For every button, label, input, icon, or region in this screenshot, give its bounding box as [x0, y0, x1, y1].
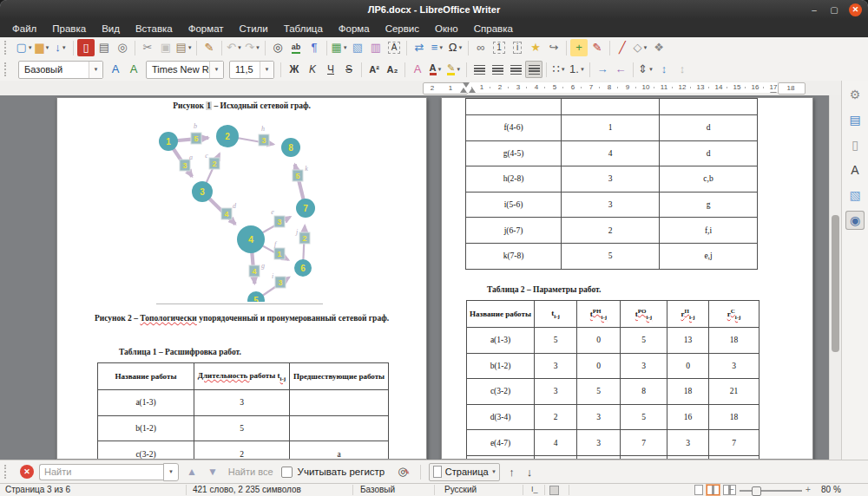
page-break-button[interactable]: ⇄ [411, 39, 428, 56]
zoom-level[interactable]: 80 % [821, 485, 841, 494]
italic-button[interactable]: K [304, 61, 321, 78]
menu-item[interactable]: Сервис [378, 21, 427, 36]
sidebar-styles-icon[interactable]: A [845, 160, 865, 179]
close-button[interactable]: ✕ [849, 3, 862, 16]
insert-endnote-button[interactable]: i [509, 39, 526, 56]
zoom-out-button[interactable]: − [729, 485, 734, 494]
horizontal-ruler[interactable]: 21 1234567891011121314151617 18 [0, 81, 842, 96]
line-spacing-button[interactable]: ⇕▼ [637, 61, 654, 78]
word-count-status[interactable]: 421 слово, 2 235 символов [193, 485, 301, 494]
insert-field-button[interactable]: ≡▼ [429, 39, 446, 56]
clear-formatting-button[interactable]: A [409, 61, 426, 78]
print-preview-button[interactable]: ◎ [114, 39, 131, 56]
find-and-replace-icon[interactable]: ◎✎ [395, 463, 412, 480]
insert-footnote-button[interactable]: 1 [490, 39, 508, 56]
match-case-checkbox[interactable] [281, 467, 293, 478]
insert-image-button[interactable]: ▧ [349, 39, 366, 56]
document-table[interactable]: Название работыДлительность работы ti-jП… [97, 362, 389, 460]
formatting-marks-button[interactable]: ¶ [306, 39, 323, 56]
document-page-right[interactable]: f(4-6)1dg(4-5)4dh(2-8)3c,bi(5-6)3gj(6-7)… [441, 97, 813, 460]
menu-item[interactable]: Форма [331, 21, 378, 36]
align-left-button[interactable] [470, 61, 488, 78]
table1-continuation[interactable]: f(4-6)1dg(4-5)4dh(2-8)3c,bi(5-6)3gj(6-7)… [465, 98, 758, 270]
menu-item[interactable]: Стили [232, 21, 276, 36]
decrease-indent-button[interactable]: ← [612, 61, 629, 78]
align-center-button[interactable] [489, 61, 506, 78]
menu-item[interactable]: Файл [4, 21, 44, 36]
increase-paragraph-spacing-button[interactable]: ↕ [655, 61, 673, 78]
bold-button[interactable]: Ж [286, 61, 303, 78]
chevron-down-icon[interactable]: ▼ [89, 62, 102, 78]
redo-button[interactable]: ↷▼ [244, 39, 261, 56]
single-page-view-button[interactable] [694, 485, 703, 495]
search-input[interactable] [39, 464, 163, 480]
find-next-button[interactable]: ▼ [205, 466, 220, 478]
track-changes-button[interactable]: ✎ [589, 39, 606, 56]
insert-mode-icon[interactable]: I_ [531, 485, 538, 493]
document-page-left[interactable]: Рисунок 1 – Исходный сетевой граф. 12837… [56, 97, 427, 460]
insert-hyperlink-button[interactable]: ∞ [472, 39, 490, 56]
close-find-bar-button[interactable]: ✕ [20, 465, 34, 479]
sidebar-gallery-icon[interactable]: ▧ [845, 186, 865, 205]
page-style-status[interactable]: Базовый [360, 485, 395, 494]
zoom-slider-knob[interactable] [752, 486, 761, 496]
new-style-button[interactable]: A [125, 61, 142, 78]
increase-indent-button[interactable]: → [594, 61, 611, 78]
navigate-by-combo[interactable]: Страница ▼ [429, 463, 500, 481]
save-button[interactable]: ↓▼ [52, 39, 69, 56]
toolbar-grip[interactable] [4, 62, 10, 76]
document-table[interactable]: f(4-6)1dg(4-5)4dh(2-8)3c,bi(5-6)3gj(6-7)… [465, 98, 758, 270]
previous-element-button[interactable]: ↑ [505, 466, 518, 479]
menu-item[interactable]: Вставка [128, 21, 181, 36]
chevron-down-icon[interactable]: ▼ [209, 62, 223, 78]
ordered-list-button[interactable]: 1.▼ [569, 61, 586, 78]
undo-button[interactable]: ↶▼ [226, 39, 243, 56]
menu-item[interactable]: Вид [94, 21, 128, 36]
insert-comment-button[interactable]: + [570, 39, 588, 56]
special-character-button[interactable]: Ω▼ [447, 39, 464, 56]
insert-bookmark-button[interactable]: ★ [527, 39, 544, 56]
export-pdf-button[interactable]: ▯ [77, 39, 95, 56]
document-modified-icon[interactable] [549, 485, 559, 495]
font-name-combo[interactable]: Times New Rc ▼ [146, 61, 224, 79]
decrease-paragraph-spacing-button[interactable]: ↕ [674, 61, 691, 78]
maximize-button[interactable]: ▢ [829, 5, 839, 15]
sidebar-navigator-icon[interactable]: ◉ [845, 211, 865, 230]
document-table[interactable]: Название работыti-jtРНi-jtРОi-jrПi-jrСi-… [466, 300, 760, 460]
titlebar[interactable]: ЛР6.docx - LibreOffice Writer – ▢ ✕ [0, 0, 868, 19]
sidebar-properties-icon[interactable]: ▤ [845, 110, 865, 129]
align-right-button[interactable] [507, 61, 524, 78]
chevron-down-icon[interactable]: ▼ [489, 464, 500, 480]
insert-table-button[interactable]: ▦▼ [331, 39, 348, 56]
update-style-button[interactable]: A [107, 61, 124, 78]
zoom-slider[interactable] [740, 490, 802, 492]
insert-cross-reference-button[interactable]: ↪ [545, 39, 562, 56]
scrollbar-thumb[interactable] [832, 215, 839, 352]
unordered-list-button[interactable]: ∷▼ [550, 61, 568, 78]
basic-shapes-button[interactable]: ◇▼ [632, 39, 649, 56]
menu-item[interactable]: Справка [466, 21, 521, 36]
align-justify-button[interactable] [525, 61, 542, 78]
menu-item[interactable]: Таблица [276, 21, 331, 36]
symbol-shapes-button[interactable]: ❖ [650, 39, 667, 56]
paste-button[interactable]: ▤▼ [175, 39, 193, 56]
underline-button[interactable]: Ч [322, 61, 339, 78]
table2[interactable]: Название работыti-jtРНi-jtРОi-jrПi-jrСi-… [466, 300, 760, 460]
copy-button[interactable]: ▣ [157, 39, 174, 56]
left-indent-marker[interactable] [460, 88, 467, 93]
zoom-in-button[interactable]: + [806, 485, 811, 494]
cut-button[interactable]: ✂ [139, 39, 156, 56]
new-document-button[interactable]: ▢▼ [16, 39, 33, 56]
paragraph-style-combo[interactable]: Базовый ▼ [18, 61, 103, 79]
highlight-color-button[interactable]: ✎▼ [445, 61, 463, 78]
font-size-combo[interactable]: 11,5 ▼ [229, 61, 274, 79]
network-graph-figure[interactable]: 128374655b3h3a2c5k4d3e2j1f4g3i [57, 108, 426, 302]
insert-text-box-button[interactable]: A [385, 39, 403, 56]
table1[interactable]: Название работыДлительность работы ti-jП… [97, 362, 389, 460]
insert-chart-button[interactable]: ▥ [367, 39, 385, 56]
menu-item[interactable]: Правка [44, 21, 94, 36]
page-count-status[interactable]: Страница 3 из 6 [5, 485, 70, 494]
menu-item[interactable]: Формат [181, 21, 232, 36]
subscript-button[interactable]: A₂ [384, 61, 401, 78]
find-all-button[interactable]: Найти все [226, 467, 276, 477]
